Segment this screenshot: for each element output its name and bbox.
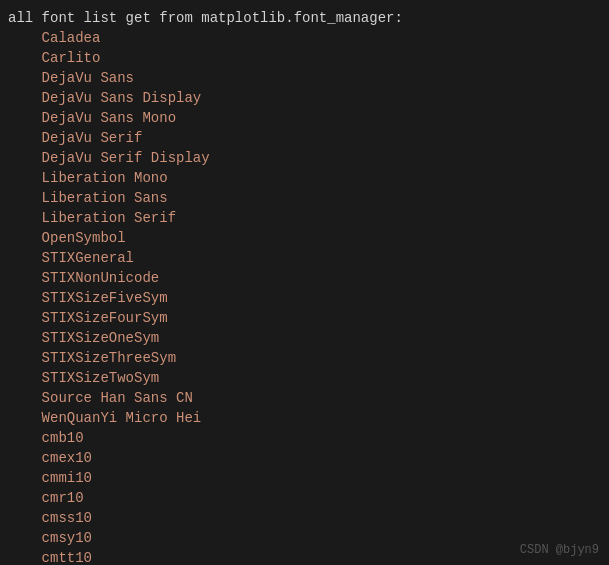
font-list-item: DejaVu Serif Display bbox=[0, 148, 609, 168]
watermark: CSDN @bjyn9 bbox=[520, 543, 599, 557]
font-list-item: DejaVu Sans bbox=[0, 68, 609, 88]
font-list-item: DejaVu Sans Display bbox=[0, 88, 609, 108]
font-list-item: STIXSizeThreeSym bbox=[0, 348, 609, 368]
font-list-item: DejaVu Sans Mono bbox=[0, 108, 609, 128]
font-list-item: cmb10 bbox=[0, 428, 609, 448]
font-list-item: Liberation Sans bbox=[0, 188, 609, 208]
terminal-window: all font list get from matplotlib.font_m… bbox=[0, 0, 609, 565]
font-list: Caladea Carlito DejaVu Sans DejaVu Sans … bbox=[0, 28, 609, 565]
font-list-item: STIXGeneral bbox=[0, 248, 609, 268]
font-list-item: Carlito bbox=[0, 48, 609, 68]
font-list-item: DejaVu Serif bbox=[0, 128, 609, 148]
font-list-item: Source Han Sans CN bbox=[0, 388, 609, 408]
font-list-item: cmss10 bbox=[0, 508, 609, 528]
font-list-item: cmtt10 bbox=[0, 548, 609, 565]
font-list-item: Caladea bbox=[0, 28, 609, 48]
font-list-item: cmsy10 bbox=[0, 528, 609, 548]
font-list-item: Liberation Serif bbox=[0, 208, 609, 228]
header-line: all font list get from matplotlib.font_m… bbox=[0, 8, 609, 28]
font-list-item: STIXSizeFiveSym bbox=[0, 288, 609, 308]
font-list-item: WenQuanYi Micro Hei bbox=[0, 408, 609, 428]
font-list-item: STIXSizeFourSym bbox=[0, 308, 609, 328]
font-list-item: Liberation Mono bbox=[0, 168, 609, 188]
font-list-item: STIXSizeTwoSym bbox=[0, 368, 609, 388]
font-list-item: cmr10 bbox=[0, 488, 609, 508]
font-list-item: cmex10 bbox=[0, 448, 609, 468]
font-list-item: cmmi10 bbox=[0, 468, 609, 488]
font-list-item: STIXNonUnicode bbox=[0, 268, 609, 288]
font-list-item: OpenSymbol bbox=[0, 228, 609, 248]
font-list-item: STIXSizeOneSym bbox=[0, 328, 609, 348]
